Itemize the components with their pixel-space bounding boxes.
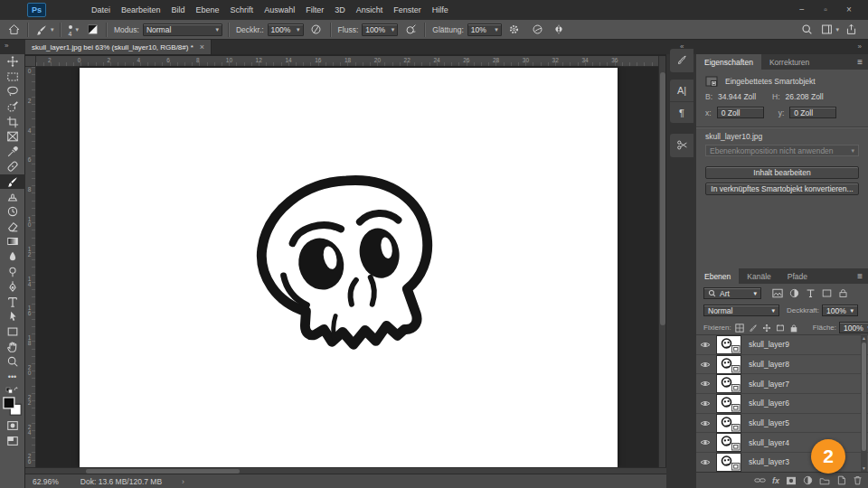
quick-selection-tool[interactable] [0,99,25,115]
eraser-tool[interactable] [0,220,25,235]
chevron-down-icon[interactable]: ▾ [76,26,80,33]
quick-mask-icon[interactable] [0,418,25,434]
zoom-tool[interactable] [0,354,25,370]
layer-blend-mode-select[interactable]: Normal▾ [703,305,779,316]
healing-brush-tool[interactable] [0,159,25,174]
y-position-field[interactable]: 0 Zoll [789,107,836,118]
move-tool[interactable] [0,54,25,70]
menu-item-3d[interactable]: 3D [329,0,351,20]
new-group-folder-icon[interactable] [819,476,830,485]
layer-fill-select[interactable]: 100%▾ [839,322,868,333]
layer-thumbnail[interactable] [716,433,741,452]
menu-item-filter[interactable]: Filter [300,0,329,20]
panel-menu-icon[interactable]: ≡ [857,54,863,70]
opacity-select[interactable]: 100%▾ [268,23,304,36]
type-tool[interactable] [0,295,25,310]
layer-thumbnail[interactable] [716,453,741,472]
layer-visibility-eye-icon[interactable] [696,361,714,369]
ruler-origin-corner[interactable] [25,56,36,67]
canvas-vertical-scrollbar[interactable] [658,56,665,467]
x-position-field[interactable]: 0 Zoll [717,107,764,118]
menu-item-datei[interactable]: Datei [86,0,116,20]
airbrush-icon[interactable] [402,22,419,38]
brush-settings-panel-toggle-icon[interactable] [84,22,100,38]
layer-thumbnail[interactable] [716,374,741,393]
edit-toolbar-icon[interactable]: ••• [0,369,25,384]
filter-pixel-layers-icon[interactable] [772,288,783,298]
lasso-tool[interactable] [0,84,25,99]
smoothing-select[interactable]: 10%▾ [467,23,502,36]
layer-comp-select[interactable]: Ebenenkomposition nicht anwenden▾ [705,145,859,156]
lock-pixels-icon[interactable] [749,324,758,333]
layer-thumbnail[interactable] [716,414,741,433]
crop-tool[interactable] [0,114,25,129]
layer-visibility-eye-icon[interactable] [696,399,714,408]
color-swatches[interactable] [0,395,25,418]
close-tab-icon[interactable]: × [200,42,204,52]
clone-stamp-tool[interactable] [0,189,25,204]
home-icon[interactable] [5,22,22,38]
menu-item-auswahl[interactable]: Auswahl [259,0,300,20]
tool-presets-tile[interactable] [670,134,693,157]
status-options-chevron[interactable]: › [182,477,184,486]
filter-shape-layers-icon[interactable] [822,288,832,298]
marquee-select-tool[interactable] [0,70,25,85]
opacity-pressure-icon[interactable] [308,22,325,38]
delete-layer-trash-icon[interactable] [853,475,863,485]
layer-row[interactable]: skull_layer7 [696,374,868,394]
filter-adjustment-layers-icon[interactable] [789,288,799,298]
dodge-tool[interactable] [0,264,25,279]
filter-type-layers-icon[interactable] [806,288,816,298]
menu-item-fenster[interactable]: Fenster [388,0,427,20]
expand-dock-icon[interactable]: » [858,42,861,51]
character-panel-icon[interactable]: A| [670,80,693,101]
layer-thumbnail[interactable] [716,394,741,413]
paragraph-panel-icon[interactable]: ¶ [670,101,693,123]
new-layer-icon[interactable] [836,475,846,485]
size-pressure-icon[interactable] [530,22,546,38]
panel-menu-icon[interactable]: ≡ [857,268,863,284]
edit-contents-button[interactable]: Inhalt bearbeiten [705,166,859,179]
eyedropper-tool[interactable] [0,145,25,160]
close-button[interactable]: × [837,0,861,20]
layer-row[interactable]: skull_layer8 [696,355,868,375]
document-canvas[interactable] [80,68,618,467]
layer-thumbnail[interactable] [716,355,741,374]
canvas-horizontal-scrollbar[interactable] [25,467,666,474]
menu-item-ansicht[interactable]: Ansicht [351,0,389,20]
menu-item-schrift[interactable]: Schrift [225,0,259,20]
brush-size-preview[interactable]: 4 [66,23,75,36]
layer-row[interactable]: skull_layer6 [696,394,868,414]
filter-smart-objects-icon[interactable] [838,288,848,298]
hand-tool[interactable] [0,339,25,354]
scissors-panel-icon[interactable] [670,134,693,155]
chevron-down-icon[interactable]: ▾ [51,26,54,33]
lock-position-icon[interactable] [762,324,771,333]
smoothing-settings-gear-icon[interactable] [506,22,523,38]
layer-visibility-eye-icon[interactable] [696,419,714,427]
layer-visibility-eye-icon[interactable] [696,341,714,349]
menu-item-bearbeiten[interactable]: Bearbeiten [116,0,166,20]
layer-row[interactable]: skull_layer9 [696,335,868,355]
new-adjustment-layer-icon[interactable] [803,475,813,485]
layer-visibility-eye-icon[interactable] [696,380,714,388]
search-icon[interactable] [798,22,815,38]
layer-row[interactable]: skull_layer5 [696,414,868,434]
toolbar-collapse-icon[interactable]: » [5,42,7,50]
flow-select[interactable]: 100%▾ [362,23,398,36]
brush-tool[interactable] [0,174,25,190]
brushes-panel-tile[interactable] [670,49,693,72]
layer-style-fx-icon[interactable]: fx [772,476,779,485]
shape-tool[interactable] [0,324,25,340]
gradient-tool[interactable] [0,234,25,249]
tab-eigenschaften[interactable]: Eigenschaften [696,54,761,70]
default-colors-icon[interactable] [0,384,25,395]
workspace-switcher-icon[interactable] [818,22,835,38]
menu-item-ebene[interactable]: Ebene [191,0,225,20]
layer-thumbnail[interactable] [716,335,741,354]
lock-transparency-icon[interactable] [735,324,744,333]
path-selection-tool[interactable] [0,309,25,324]
tab-kanaele[interactable]: Kanäle [739,268,778,284]
tab-korrekturen[interactable]: Korrekturen [761,54,817,70]
document-tab[interactable]: skull_layer1.jpg bei 63% (skull_layer10,… [25,40,212,54]
